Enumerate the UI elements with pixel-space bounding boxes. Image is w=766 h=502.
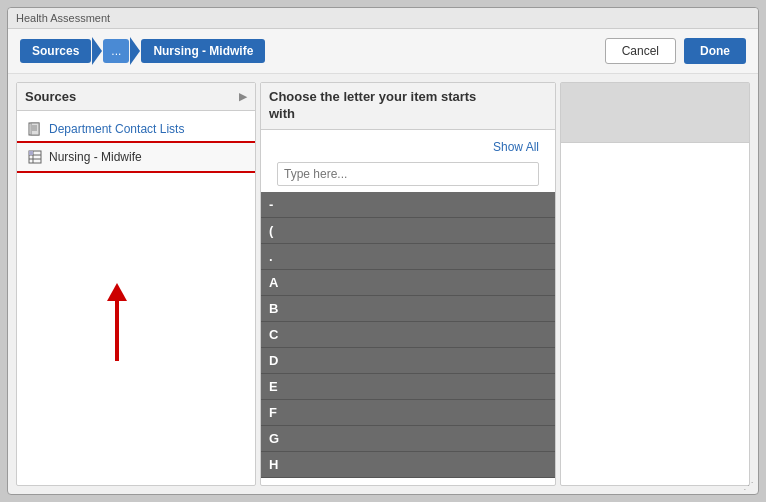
breadcrumb-current-button[interactable]: Nursing - Midwife xyxy=(141,39,265,63)
letter-item-C[interactable]: C xyxy=(261,322,555,348)
sources-panel-content: Department Contact Lists Nursing - Midwi xyxy=(17,111,255,485)
source-item-nursing[interactable]: Nursing - Midwife xyxy=(17,143,255,171)
letter-item-G[interactable]: G xyxy=(261,426,555,452)
letter-search-input[interactable] xyxy=(277,162,539,186)
done-button[interactable]: Done xyxy=(684,38,746,64)
dialog-header: Sources ... Nursing - Midwife Cancel Don… xyxy=(8,29,758,74)
svg-rect-9 xyxy=(29,151,33,155)
cancel-button[interactable]: Cancel xyxy=(605,38,676,64)
letter-item-E[interactable]: E xyxy=(261,374,555,400)
middle-top-area: Show All xyxy=(261,130,555,192)
table-icon xyxy=(27,149,43,165)
source-item-department[interactable]: Department Contact Lists xyxy=(17,115,255,143)
breadcrumb: Sources ... Nursing - Midwife xyxy=(20,37,265,65)
sources-panel-title: Sources xyxy=(25,89,76,104)
header-buttons: Cancel Done xyxy=(605,38,746,64)
nursing-midwife-label: Nursing - Midwife xyxy=(49,150,142,164)
right-panel-top xyxy=(561,83,749,143)
department-contact-lists-label: Department Contact Lists xyxy=(49,122,184,136)
breadcrumb-separator-2 xyxy=(130,37,140,65)
middle-panel-header: Choose the letter your item starts with xyxy=(261,83,555,130)
main-dialog: Health Assessment Sources ... Nursing - … xyxy=(7,7,759,495)
svg-rect-1 xyxy=(31,123,39,135)
breadcrumb-separator-1 xyxy=(92,37,102,65)
middle-panel: Choose the letter your item starts with … xyxy=(260,82,556,486)
right-panel-content xyxy=(561,143,749,485)
letter-item-symbol[interactable]: ( xyxy=(261,218,555,244)
letter-item-B[interactable]: B xyxy=(261,296,555,322)
letter-list: -(.ABCDEFGH xyxy=(261,192,555,485)
right-panel xyxy=(560,82,750,486)
sources-panel-arrow: ▶ xyxy=(239,91,247,102)
middle-panel-content: Show All -(.ABCDEFGH xyxy=(261,130,555,485)
middle-panel-title: Choose the letter your item starts with xyxy=(269,89,476,123)
breadcrumb-ellipsis-button[interactable]: ... xyxy=(103,39,129,63)
letter-item-A[interactable]: A xyxy=(261,270,555,296)
letter-item-H[interactable]: H xyxy=(261,452,555,478)
book-icon xyxy=(27,121,43,137)
letter-item-symbol[interactable]: . xyxy=(261,244,555,270)
dialog-title: Health Assessment xyxy=(16,12,110,24)
breadcrumb-sources-button[interactable]: Sources xyxy=(20,39,91,63)
sources-panel: Sources ▶ Department Contac xyxy=(16,82,256,486)
letter-item-D[interactable]: D xyxy=(261,348,555,374)
letter-item-F[interactable]: F xyxy=(261,400,555,426)
show-all-button[interactable]: Show All xyxy=(269,136,547,158)
sources-panel-header: Sources ▶ xyxy=(17,83,255,111)
letter-item-symbol[interactable]: - xyxy=(261,192,555,218)
content-area: Sources ▶ Department Contac xyxy=(8,74,758,494)
title-bar: Health Assessment xyxy=(8,8,758,29)
resize-handle[interactable]: ⋰ xyxy=(743,481,754,492)
